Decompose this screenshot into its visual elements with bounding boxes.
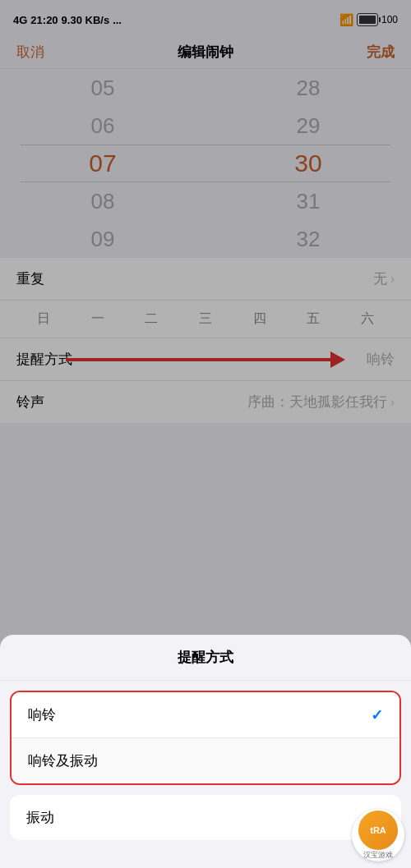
option-vibrate-label: 振动: [26, 808, 54, 827]
option-ring-label: 响铃: [28, 705, 56, 724]
option-vibrate[interactable]: 振动: [10, 795, 401, 840]
watermark-label: 汉宝游戏: [363, 850, 393, 861]
watermark-logo: tRA: [358, 811, 398, 850]
bottom-sheet: 提醒方式 响铃 ✓ 响铃及振动 振动: [0, 635, 411, 868]
sheet-options: 响铃 ✓ 响铃及振动: [10, 691, 401, 785]
sheet-title-row: 提醒方式: [0, 635, 411, 681]
option-ring-check-icon: ✓: [371, 706, 383, 724]
watermark: tRA 汉宝游戏: [352, 809, 404, 861]
option-ring-vibrate[interactable]: 响铃及振动: [12, 738, 399, 783]
watermark-initials: tRA: [370, 825, 386, 835]
option-ring-vibrate-label: 响铃及振动: [28, 751, 98, 770]
sheet-title: 提醒方式: [178, 650, 233, 665]
option-ring[interactable]: 响铃 ✓: [12, 692, 399, 738]
